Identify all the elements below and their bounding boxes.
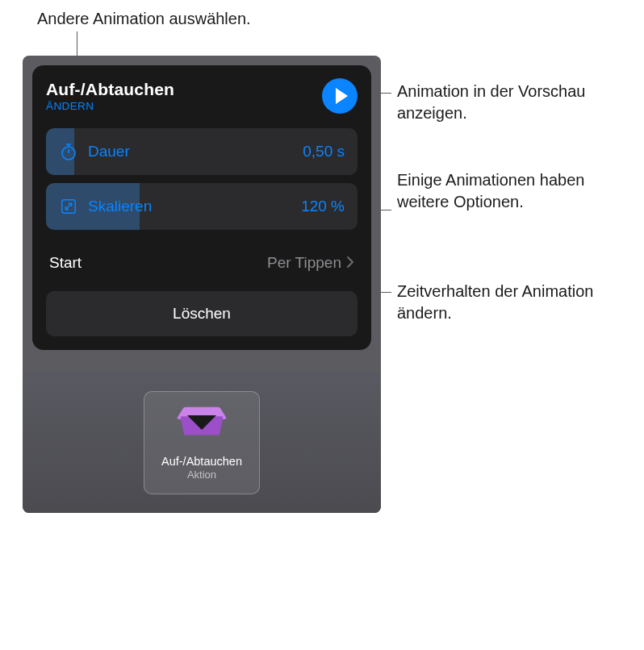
callout-change: Andere Animation auswählen. <box>37 8 251 30</box>
callout-preview: Animation in der Vorschau anzeigen. <box>397 81 623 124</box>
scale-value: 120 % <box>301 198 345 215</box>
callout-options: Einige Animationen haben weitere Optione… <box>397 169 623 213</box>
animation-panel: Auf-/Abtauchen Aktion Auf-/Abtauchen ÄND… <box>23 56 381 513</box>
effects-tray: Auf-/Abtauchen Aktion <box>23 372 381 513</box>
play-icon <box>336 88 348 104</box>
duration-label: Dauer <box>88 143 130 160</box>
popover-tail <box>187 415 216 430</box>
animation-title: Auf-/Abtauchen <box>46 80 174 99</box>
animation-token[interactable]: Auf-/Abtauchen Aktion <box>144 391 260 494</box>
start-value: Per Tippen <box>267 254 341 272</box>
callout-timing: Zeitverhalten der Animation ändern. <box>397 281 623 324</box>
duration-value: 0,50 s <box>303 143 345 160</box>
scale-label: Skalieren <box>88 198 152 215</box>
change-animation-link[interactable]: ÄNDERN <box>46 100 174 112</box>
start-row[interactable]: Start Per Tippen <box>46 238 358 288</box>
duration-row[interactable]: Dauer 0,50 s <box>46 128 358 175</box>
stopwatch-icon <box>59 142 78 161</box>
chevron-right-icon <box>346 252 354 273</box>
token-label: Auf-/Abtauchen <box>161 455 242 468</box>
delete-button[interactable]: Löschen <box>46 291 358 336</box>
scale-row[interactable]: Skalieren 120 % <box>46 183 358 230</box>
animation-popover: Auf-/Abtauchen ÄNDERN <box>32 65 371 350</box>
token-sublabel: Aktion <box>187 469 216 481</box>
title-block: Auf-/Abtauchen ÄNDERN <box>46 80 174 112</box>
scale-icon <box>59 197 78 216</box>
preview-play-button[interactable] <box>322 78 358 114</box>
start-label: Start <box>49 254 82 272</box>
popover-header: Auf-/Abtauchen ÄNDERN <box>46 80 358 114</box>
